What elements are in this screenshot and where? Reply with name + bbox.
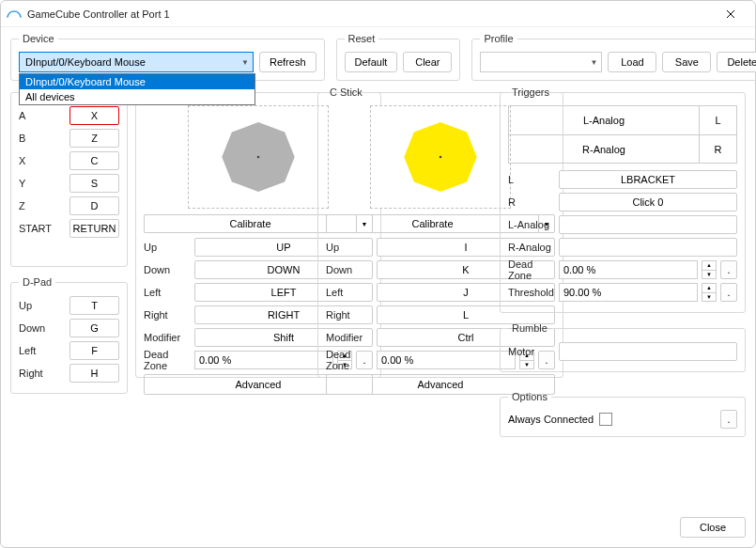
control-stick-label: Down (144, 264, 191, 275)
dpad-legend: D-Pad (19, 276, 55, 288)
motor-label: Motor (508, 346, 555, 357)
trigger-deadzone-extra-button[interactable]: . (720, 260, 737, 279)
dpad-group: D-Pad UpTDownGLeftFRightH (10, 276, 128, 394)
device-group: Device DInput/0/Keyboard Mouse ▼ DInput/… (10, 33, 325, 81)
c-stick-visual (370, 105, 511, 209)
l-cell[interactable]: L (699, 106, 736, 134)
spinner[interactable]: ▲▼ (702, 260, 717, 279)
dpad-label: Down (19, 322, 66, 334)
trigger-deadzone-label: Dead Zone (508, 258, 555, 281)
buttons-label: A (19, 110, 66, 121)
buttons-label: B (19, 133, 66, 144)
buttons-label: X (19, 155, 66, 166)
control-stick-deadzone-input[interactable] (194, 351, 333, 369)
r-analog-cell[interactable]: R-Analog (509, 135, 699, 163)
load-button[interactable]: Load (608, 52, 656, 72)
default-button[interactable]: Default (345, 52, 398, 72)
svg-point-3 (440, 156, 442, 159)
device-option-0[interactable]: DInput/0/Keyboard Mouse (20, 74, 255, 89)
app-icon (7, 7, 22, 22)
trigger-threshold-extra-button[interactable]: . (720, 283, 737, 302)
device-selected: DInput/0/Keyboard Mouse (25, 56, 146, 68)
profile-legend: Profile (480, 33, 517, 44)
profile-group: Profile ▼ Load Save Delete (471, 33, 756, 81)
control-stick-label: Modifier (144, 332, 191, 343)
reset-legend: Reset (345, 33, 379, 44)
dpad-map-button[interactable]: T (69, 296, 119, 315)
buttons-map-button[interactable]: C (69, 151, 119, 170)
dead-zone-label: Dead Zone (144, 349, 191, 371)
triggers-map-button[interactable]: Click 0 (559, 193, 737, 211)
control-stick-label: Left (144, 287, 191, 298)
triggers-label: L (508, 174, 555, 185)
chevron-down-icon: ▼ (590, 58, 597, 67)
window-title: GameCube Controller at Port 1 (27, 8, 712, 20)
triggers-label: L-Analog (508, 219, 555, 230)
trigger-deadzone-input[interactable] (559, 260, 698, 279)
buttons-map-button[interactable]: RETURN (69, 219, 119, 238)
always-connected-checkbox[interactable] (599, 413, 612, 426)
save-button[interactable]: Save (662, 52, 711, 72)
dpad-label: Up (19, 300, 66, 311)
buttons-map-button[interactable]: D (69, 196, 119, 215)
device-option-1[interactable]: All devices (20, 89, 255, 104)
chevron-down-icon: ▼ (241, 58, 249, 67)
rumble-legend: Rumble (508, 322, 551, 334)
dpad-label: Left (19, 345, 66, 356)
triggers-map-button[interactable] (559, 238, 737, 257)
trigger-grid: L-Analog L R-Analog R (508, 105, 737, 164)
triggers-legend: Triggers (508, 86, 553, 98)
c-stick-label: Up (326, 242, 373, 253)
triggers-map-button[interactable]: LBRACKET (559, 170, 737, 189)
dialog-body: Device DInput/0/Keyboard Mouse ▼ DInput/… (1, 27, 755, 547)
trigger-threshold-input[interactable] (559, 283, 698, 302)
c-stick-label: Modifier (326, 332, 373, 343)
device-dropdown: DInput/0/Keyboard Mouse All devices (19, 73, 255, 105)
window-close-button[interactable] (712, 1, 749, 26)
options-group: Options Always Connected . (500, 391, 746, 437)
close-button[interactable]: Close (680, 517, 746, 538)
always-connected-label: Always Connected (508, 414, 594, 425)
buttons-label: Y (19, 178, 66, 189)
svg-point-1 (257, 156, 260, 159)
device-legend: Device (19, 33, 58, 44)
options-extra-button[interactable]: . (720, 410, 737, 429)
spinner[interactable]: ▲▼ (702, 283, 717, 302)
reset-group: Reset Default Clear (336, 33, 461, 81)
control-stick-label: Right (144, 309, 191, 321)
control-stick-visual (188, 105, 329, 209)
buttons-map-button[interactable]: Z (69, 129, 119, 148)
control-stick-label: Up (144, 242, 191, 253)
r-cell[interactable]: R (699, 135, 736, 163)
c-stick-label: Down (326, 264, 373, 275)
dpad-map-button[interactable]: F (69, 341, 119, 360)
rumble-group: Rumble Motor (500, 322, 746, 372)
titlebar: GameCube Controller at Port 1 (1, 1, 755, 27)
trigger-threshold-label: Threshold (508, 287, 555, 298)
c-stick-deadzone-input[interactable] (377, 351, 516, 369)
dpad-map-button[interactable]: H (69, 364, 119, 383)
motor-input[interactable] (559, 342, 737, 361)
triggers-map-button[interactable] (559, 215, 737, 234)
buttons-map-button[interactable]: S (69, 174, 119, 193)
c-stick-label: Right (326, 309, 373, 321)
window: GameCube Controller at Port 1 Device DIn… (0, 0, 756, 548)
dpad-map-button[interactable]: G (69, 319, 119, 337)
l-analog-cell[interactable]: L-Analog (509, 106, 699, 134)
refresh-button[interactable]: Refresh (259, 52, 316, 72)
dpad-label: Right (19, 368, 66, 379)
triggers-label: R (508, 196, 555, 208)
triggers-group: Triggers L-Analog L R-Analog R LLBRACKET… (500, 86, 746, 313)
delete-button[interactable]: Delete (717, 52, 756, 72)
buttons-group: Buttons AXBZXCYSZDSTARTRETURN (10, 86, 128, 267)
buttons-label: Z (19, 200, 66, 211)
c-stick-label: Left (326, 287, 373, 298)
device-combo[interactable]: DInput/0/Keyboard Mouse ▼ DInput/0/Keybo… (19, 52, 254, 72)
buttons-map-button[interactable]: X (69, 106, 119, 125)
profile-combo[interactable]: ▼ (480, 52, 602, 72)
clear-button[interactable]: Clear (403, 52, 452, 72)
buttons-label: START (19, 223, 66, 234)
options-legend: Options (508, 391, 551, 402)
triggers-label: R-Analog (508, 242, 555, 253)
dead-zone-label: Dead Zone (326, 349, 373, 371)
